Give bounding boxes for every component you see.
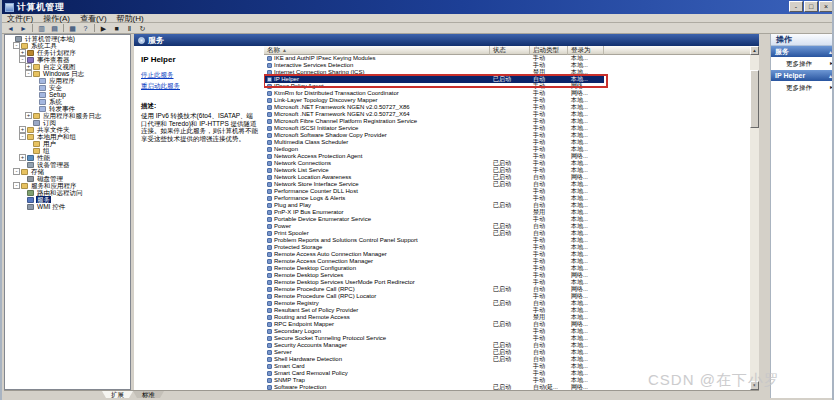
tab-standard[interactable]: 标准	[133, 391, 164, 398]
service-row[interactable]: Netlogon手动本地...	[264, 146, 750, 153]
service-row[interactable]: Secure Socket Tunneling Protocol Service…	[264, 335, 750, 342]
tree-item[interactable]: +共享文件夹	[5, 126, 130, 133]
service-row[interactable]: Secondary Logon手动本地...	[264, 328, 750, 335]
collapse-icon[interactable]: -	[13, 182, 20, 189]
stop-service-link[interactable]: 停止此服务	[141, 71, 260, 80]
service-row[interactable]: Microsoft .NET Framework NGEN v2.0.50727…	[264, 104, 750, 111]
service-row[interactable]: Remote Procedure Call (RPC) Locator手动网络.…	[264, 293, 750, 300]
service-row[interactable]: KtmRm for Distributed Transaction Coordi…	[264, 90, 750, 97]
expand-icon[interactable]: +	[25, 63, 32, 70]
service-row[interactable]: Portable Device Enumerator Service手动本地..…	[264, 216, 750, 223]
service-row[interactable]: Network Connections已启动手动本地...	[264, 160, 750, 167]
tree-item[interactable]: +性能	[5, 154, 130, 161]
tree-item[interactable]: 磁盘管理	[5, 175, 130, 182]
maximize-button[interactable]: □	[804, 1, 818, 12]
scroll-up-icon[interactable]: ▲	[750, 46, 759, 55]
tree-item[interactable]: -服务和应用程序	[5, 182, 130, 189]
show-console-tree-icon[interactable]: ▥	[35, 24, 48, 33]
actions-section-ip-helper[interactable]: IP Helper▴	[771, 70, 834, 81]
column-header-startup-type[interactable]: 启动类型	[530, 46, 568, 55]
service-row[interactable]: Network List Service已启动手动本地...	[264, 167, 750, 174]
service-row[interactable]: Problem Reports and Solutions Control Pa…	[264, 237, 750, 244]
collapse-icon[interactable]: -	[19, 56, 26, 63]
service-row[interactable]: Microsoft Software Shadow Copy Provider手…	[264, 132, 750, 139]
column-header-name[interactable]: 名称▲	[264, 46, 490, 55]
column-header-logon-as[interactable]: 登录为	[568, 46, 604, 55]
service-row[interactable]: Performance Logs & Alerts手动本地...	[264, 195, 750, 202]
service-row[interactable]: Remote Access Auto Connection Manager手动本…	[264, 251, 750, 258]
tree-item[interactable]: 应用程序	[5, 77, 130, 84]
tree-item[interactable]: 设备管理器	[5, 161, 130, 168]
service-row[interactable]: Link-Layer Topology Discovery Mapper手动本地…	[264, 97, 750, 104]
tree-item[interactable]: -Windows 日志	[5, 70, 130, 77]
service-row[interactable]: PnP-X IP Bus Enumerator禁用本地...	[264, 209, 750, 216]
service-row[interactable]: Security Accounts Manager已启动自动本地...	[264, 342, 750, 349]
more-actions-ip-helper[interactable]: 更多操作▸	[771, 81, 834, 94]
expand-icon[interactable]: +	[25, 112, 32, 119]
service-row[interactable]: Print Spooler已启动自动本地...	[264, 230, 750, 237]
tree-item[interactable]: -存储	[5, 168, 130, 175]
tree-item[interactable]: -事件查看器	[5, 56, 130, 63]
service-row[interactable]: Protected Storage手动本地...	[264, 244, 750, 251]
menu-view[interactable]: 查看(V)	[75, 14, 112, 23]
restart-service-icon[interactable]: ↻	[136, 24, 149, 33]
service-row[interactable]: Microsoft iSCSI Initiator Service手动本地...	[264, 125, 750, 132]
service-row[interactable]: Remote Desktop Services手动网络...	[264, 272, 750, 279]
service-row[interactable]: Remote Procedure Call (RPC)已启动自动网络...	[264, 286, 750, 293]
minimize-button[interactable]: -	[789, 1, 803, 12]
tree-item[interactable]: 计算机管理(本地)	[5, 35, 130, 42]
menu-file[interactable]: 文件(F)	[2, 14, 38, 23]
start-service-icon[interactable]: ▶	[97, 24, 110, 33]
service-row[interactable]: Shell Hardware Detection已启动自动本地...	[264, 356, 750, 363]
tab-extended[interactable]: 扩展	[102, 391, 133, 398]
restart-service-link[interactable]: 重启动此服务	[141, 82, 260, 91]
tree-item[interactable]: +应用程序和服务日志	[5, 112, 130, 119]
tree-item[interactable]: 转发事件	[5, 105, 130, 112]
service-row[interactable]: Remote Registry已启动自动本地...	[264, 300, 750, 307]
menu-action[interactable]: 操作(A)	[38, 14, 75, 23]
tree-item[interactable]: -本地用户和组	[5, 133, 130, 140]
collapse-icon[interactable]: -	[13, 168, 20, 175]
service-row[interactable]: IPsec Policy Agent手动网络...	[264, 83, 750, 90]
service-row[interactable]: Remote Access Connection Manager手动本地...	[264, 258, 750, 265]
tree-item[interactable]: WMI 控件	[5, 203, 130, 210]
service-row[interactable]: Microsoft Fibre Channel Platform Registr…	[264, 118, 750, 125]
service-row[interactable]: Microsoft .NET Framework NGEN v2.0.50727…	[264, 111, 750, 118]
collapse-section-icon[interactable]: ▴	[829, 48, 832, 55]
tree-item[interactable]: 订阅	[5, 119, 130, 126]
collapse-icon[interactable]: -	[13, 42, 20, 49]
tree-item[interactable]: Setup	[5, 91, 130, 98]
column-header-status[interactable]: 状态	[490, 46, 530, 55]
export-list-icon[interactable]: ▤	[48, 24, 61, 33]
service-row[interactable]: Server已启动自动本地...	[264, 349, 750, 356]
service-row[interactable]: Performance Counter DLL Host手动本地...	[264, 188, 750, 195]
help-icon[interactable]: ?	[79, 24, 92, 33]
service-row[interactable]: Plug and Play已启动自动本地...	[264, 202, 750, 209]
collapse-section-icon[interactable]: ▴	[829, 72, 832, 79]
forward-icon[interactable]: ►	[17, 24, 30, 33]
service-row[interactable]: IP Helper已启动自动本地...	[264, 76, 750, 83]
menu-help[interactable]: 帮助(H)	[112, 14, 149, 23]
stop-service-icon[interactable]: ■	[110, 24, 123, 33]
expand-icon[interactable]: +	[19, 49, 26, 56]
collapse-icon[interactable]: -	[19, 133, 26, 140]
tree-item[interactable]: 系统	[5, 98, 130, 105]
service-row[interactable]: Interactive Services Detection手动本地...	[264, 62, 750, 69]
service-row[interactable]: Network Store Interface Service已启动自动本地..…	[264, 181, 750, 188]
tree-item[interactable]: 服务	[5, 196, 130, 203]
tree-item[interactable]: 用户	[5, 140, 130, 147]
service-row[interactable]: Remote Desktop Configuration手动本地...	[264, 265, 750, 272]
properties-icon[interactable]: ▦	[66, 24, 79, 33]
service-row[interactable]: RPC Endpoint Mapper已启动自动网络...	[264, 321, 750, 328]
service-row[interactable]: Network Access Protection Agent手动网络...	[264, 153, 750, 160]
more-actions-services[interactable]: 更多操作▸	[771, 57, 834, 70]
service-row[interactable]: Internet Connection Sharing (ICS)禁用本地...	[264, 69, 750, 76]
service-row[interactable]: Multimedia Class Scheduler手动本地...	[264, 139, 750, 146]
tree-item[interactable]: +任务计划程序	[5, 49, 130, 56]
service-row[interactable]: Routing and Remote Access禁用本地...	[264, 314, 750, 321]
expand-icon[interactable]: +	[19, 126, 26, 133]
tree-item[interactable]: 路由和远程访问	[5, 189, 130, 196]
collapse-icon[interactable]: -	[25, 70, 32, 77]
expand-icon[interactable]: +	[19, 154, 26, 161]
service-row[interactable]: IKE and AuthIP IPsec Keying Modules手动本地.…	[264, 55, 750, 62]
